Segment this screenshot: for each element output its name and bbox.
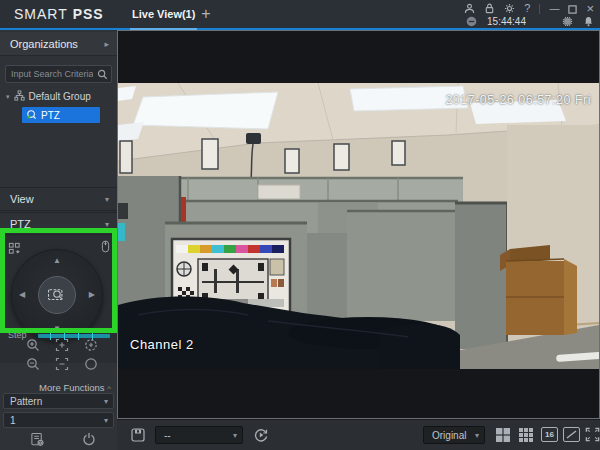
- more-functions-label: More Functions: [39, 382, 104, 393]
- scale-dropdown[interactable]: Original ▾: [423, 426, 485, 444]
- tab-live-view[interactable]: Live View(1): [122, 0, 205, 28]
- split-4-icon[interactable]: [495, 427, 511, 447]
- search-input[interactable]: [5, 65, 112, 83]
- split-16-icon[interactable]: 16: [541, 427, 558, 442]
- chevron-down-icon: ▾: [475, 427, 479, 444]
- app-logo: SMART PSS: [14, 6, 104, 22]
- focus-in-icon[interactable]: [54, 337, 70, 353]
- fullscreen-icon[interactable]: [585, 427, 600, 446]
- section-ptz[interactable]: PTZ ▾: [0, 212, 117, 235]
- ptz-camera-icon: [26, 109, 37, 122]
- virtual-joystick-icon[interactable]: [8, 241, 21, 259]
- tour-refresh-icon[interactable]: [253, 427, 269, 447]
- ptz-right-arrow[interactable]: ▶: [89, 291, 95, 299]
- search-icon[interactable]: [97, 66, 108, 84]
- focus-out-icon[interactable]: [54, 356, 70, 372]
- view-task-value: --: [164, 430, 171, 441]
- alarm-bell-icon[interactable]: [583, 13, 594, 31]
- device-config-icon[interactable]: [30, 432, 45, 450]
- tree-collapse-icon[interactable]: ▾: [6, 93, 10, 100]
- ptz-adjust-grid: [0, 337, 117, 379]
- ptz-up-arrow[interactable]: ▲: [53, 257, 61, 265]
- ptz-3d-position-button[interactable]: [38, 276, 76, 314]
- help-icon[interactable]: ?: [524, 3, 530, 14]
- chevron-down-icon: ▾: [233, 427, 237, 444]
- zoom-out-icon[interactable]: [25, 356, 41, 372]
- titlebar: SMART PSS Live View(1) + ? — ×: [0, 0, 600, 30]
- scale-value: Original: [432, 430, 466, 441]
- device-label: PTZ: [41, 110, 60, 121]
- chevron-down-icon: ▾: [104, 394, 108, 409]
- minimize-icon[interactable]: —: [549, 4, 559, 14]
- organization-tree-icon: [14, 90, 25, 103]
- chevron-down-icon: ▾: [105, 188, 109, 211]
- pattern-number-value: 1: [10, 415, 16, 426]
- custom-split-icon[interactable]: [563, 427, 580, 442]
- chevron-down-icon: ▾: [105, 213, 109, 236]
- clock-display: 15:44:44: [487, 16, 526, 27]
- section-view[interactable]: View ▾: [0, 187, 117, 211]
- tree-item-ptz-camera-selected[interactable]: PTZ: [22, 107, 100, 123]
- power-icon[interactable]: [82, 432, 96, 450]
- ptz-direction-pad[interactable]: ▲ ▼ ◀ ▶: [11, 249, 103, 341]
- pattern-dropdown[interactable]: Pattern ▾: [3, 393, 114, 409]
- iris-in-icon[interactable]: [83, 337, 99, 353]
- smart-pss-window: SMART PSS Live View(1) + ? — ×: [0, 0, 600, 450]
- mouse-control-icon[interactable]: [101, 239, 110, 257]
- video-channel-overlay: Channel 2: [130, 337, 194, 352]
- chevron-right-icon: ▸: [104, 32, 109, 56]
- logo-smart: SMART: [14, 6, 68, 22]
- view-task-dropdown[interactable]: -- ▾: [155, 426, 243, 444]
- search-box: [5, 63, 112, 81]
- status-circle-icon: [466, 13, 477, 31]
- organizations-label: Organizations: [10, 38, 78, 50]
- ptz-left-arrow[interactable]: ◀: [19, 291, 25, 299]
- more-functions-link[interactable]: More Functions ^: [39, 382, 111, 393]
- zoom-in-icon[interactable]: [25, 337, 41, 353]
- camera-frame-office-scene: [118, 83, 599, 369]
- tree-item-default-group[interactable]: ▾ Default Group: [6, 88, 91, 104]
- logo-pss: PSS: [73, 6, 104, 22]
- iris-out-icon[interactable]: [83, 356, 99, 372]
- ptz-section-label: PTZ: [10, 218, 31, 230]
- view-section-label: View: [10, 193, 34, 205]
- organizations-header[interactable]: Organizations ▸: [0, 32, 117, 56]
- group-label: Default Group: [29, 91, 91, 102]
- save-view-icon[interactable]: [130, 427, 146, 447]
- liveview-toolbar: -- ▾ Original ▾ 16: [117, 419, 600, 450]
- video-pane-channel2[interactable]: 2017-05-26 06:57:20 Fri Channel 2: [117, 30, 600, 419]
- chevron-down-icon: ▾: [104, 413, 108, 428]
- pattern-value: Pattern: [10, 396, 42, 407]
- video-timestamp-overlay: 2017-05-26 06:57:20 Fri: [445, 93, 591, 107]
- pattern-number-dropdown[interactable]: 1 ▾: [3, 412, 114, 428]
- cpu-monitor-icon[interactable]: [562, 13, 573, 31]
- new-tab-button[interactable]: +: [196, 4, 216, 24]
- titlebar-separator: [539, 4, 540, 14]
- chevron-up-icon: ^: [107, 384, 111, 393]
- sidebar: Organizations ▸ ▾ Default Group PTZ View…: [0, 30, 117, 450]
- split-9-icon[interactable]: [518, 427, 534, 447]
